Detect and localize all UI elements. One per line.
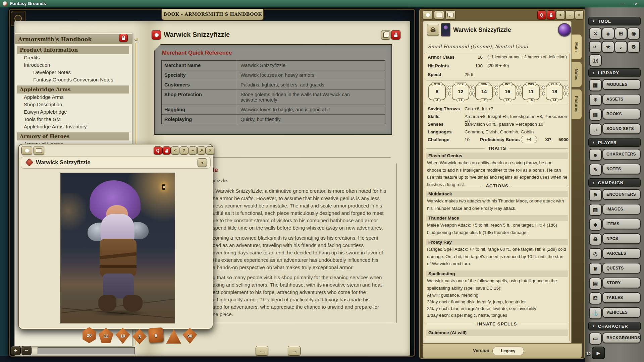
sidebar-item-images[interactable]: IMAGES xyxy=(602,204,641,215)
characters-icon[interactable]: ☻ xyxy=(589,149,602,161)
soundboard-icon[interactable]: ♪ xyxy=(614,41,627,53)
close-window-icon[interactable]: × xyxy=(635,1,638,6)
sidebar-item-sound-sets[interactable]: SOUND SETS xyxy=(602,123,641,134)
token-orb-icon[interactable] xyxy=(558,23,571,37)
sidebar-item-tables[interactable]: TABLES xyxy=(602,292,641,303)
sidebar-section-player[interactable]: ▼PLAYER xyxy=(588,138,641,147)
next-page-button[interactable]: → xyxy=(288,346,301,356)
combat-tracker-icon[interactable]: ⚔ xyxy=(589,27,602,40)
lock-button[interactable] xyxy=(547,10,555,19)
party-sheet-icon[interactable]: ☻ xyxy=(602,27,614,40)
toc-item[interactable]: Applebridge Arms' Inventory xyxy=(24,124,87,129)
sidebar-item-notes[interactable]: NOTES xyxy=(602,164,641,174)
share-state-button[interactable]: Q xyxy=(154,146,162,155)
lock-button[interactable] xyxy=(162,146,171,155)
modules-icon[interactable]: ▦ xyxy=(589,79,602,91)
soundsets-icon[interactable]: ♫ xyxy=(589,123,602,135)
sidebar-item-characters[interactable]: CHARACTERS xyxy=(602,149,641,160)
story-icon[interactable]: ▤ xyxy=(589,278,602,290)
sidebar-item-backgrounds[interactable]: BACKGROUNDS xyxy=(602,333,641,343)
sidebar-section-tool[interactable]: ▼TOOL xyxy=(588,17,641,25)
save-roll-button[interactable]: S xyxy=(563,91,569,96)
toc-section[interactable]: Armory of Heroes xyxy=(17,132,129,140)
close-button[interactable]: × xyxy=(575,10,584,19)
save-roll-button[interactable]: S xyxy=(446,91,451,96)
copy-page-button[interactable] xyxy=(381,30,390,40)
check-roll-button[interactable]: C xyxy=(563,85,569,90)
sidebar-item-quests[interactable]: QUESTS xyxy=(602,263,641,274)
minimize-window-icon[interactable]: — xyxy=(620,1,625,6)
book-window-title-tab[interactable]: Book - Armorsmith's Handbook xyxy=(161,9,264,20)
toc-section[interactable]: Product Information xyxy=(17,46,129,54)
ability-str[interactable]: STR8-1 xyxy=(428,84,446,100)
proficiency-bonus-value[interactable]: +4 xyxy=(521,136,537,143)
tab-main[interactable]: Main xyxy=(571,34,582,60)
toc-item[interactable]: Eawyn Applebridge xyxy=(24,109,67,115)
save-roll-button[interactable]: S xyxy=(493,91,498,96)
save-roll-button[interactable]: S xyxy=(540,91,545,96)
check-roll-button[interactable]: C xyxy=(446,85,451,90)
sidebar-item-parcels[interactable]: PARCELS xyxy=(602,248,641,259)
sidebar-item-books[interactable]: BOOKS xyxy=(602,109,641,119)
sidebar-section-campaign[interactable]: ▼CAMPAIGN xyxy=(588,178,641,187)
toc-item[interactable]: Shop Description xyxy=(24,102,62,107)
encounters-icon[interactable]: ⚑ xyxy=(589,189,602,201)
ability-int[interactable]: INT16+3 xyxy=(499,84,516,100)
window-chat-button[interactable] xyxy=(445,10,455,19)
toc-item[interactable]: Introduction xyxy=(24,62,50,68)
notes-icon[interactable]: ✎ xyxy=(589,164,602,176)
share-state-button[interactable]: Q xyxy=(537,10,546,19)
share-button[interactable]: < xyxy=(171,146,179,155)
sidebar-item-vehicles[interactable]: VEHICLES xyxy=(602,307,641,318)
help-button[interactable]: ? xyxy=(180,146,188,155)
calendar-icon[interactable]: ⊞ xyxy=(614,27,627,40)
sidebar-item-items[interactable]: ITEMS xyxy=(602,219,641,229)
toc-item[interactable]: Developer Notes xyxy=(33,69,71,75)
check-roll-button[interactable]: C xyxy=(516,85,522,90)
toc-item[interactable]: Fantasy Grounds Conversion Notes xyxy=(33,77,113,82)
quests-icon[interactable]: ♛ xyxy=(589,263,602,275)
toc-item[interactable]: Applebridge Arms xyxy=(24,94,63,100)
tables-icon[interactable]: ⚃ xyxy=(589,292,602,304)
modifiers-icon[interactable]: +/− xyxy=(589,41,602,53)
prev-page-button[interactable]: ← xyxy=(256,346,268,356)
books-icon[interactable]: ▥ xyxy=(589,109,602,121)
toc-lock-button[interactable] xyxy=(119,34,128,42)
tokens-icon[interactable]: ({}) xyxy=(589,54,602,66)
sidebar-item-npcs[interactable]: NPCS xyxy=(602,233,641,244)
version-value-button[interactable]: Legacy xyxy=(492,347,524,355)
check-roll-button[interactable]: C xyxy=(493,85,498,90)
zoom-out-button[interactable]: − xyxy=(21,346,32,355)
ability-dex[interactable]: DEX12+1 xyxy=(452,84,469,100)
sidebar-section-character[interactable]: ▼CHARACTER xyxy=(588,322,641,330)
save-roll-button[interactable]: S xyxy=(516,91,522,96)
sidebar-item-encounters[interactable]: ENCOUNTERS xyxy=(602,189,641,200)
ability-wis[interactable]: WIS11+0 xyxy=(522,84,540,100)
toc-collapse-icon[interactable]: ◀ xyxy=(133,36,139,42)
tab-pictures[interactable]: Pictures xyxy=(571,89,582,119)
tab-notes[interactable]: Notes xyxy=(571,62,582,87)
share-button[interactable]: < xyxy=(556,10,565,19)
sidebar-item-story[interactable]: STORY xyxy=(602,278,641,288)
page-lock-button[interactable] xyxy=(391,30,400,40)
npc-portrait-thumbnail[interactable] xyxy=(441,23,450,37)
vehicles-icon[interactable]: ⚓ xyxy=(589,307,602,319)
window-book-button[interactable] xyxy=(434,10,444,19)
sidebar-item-assets[interactable]: ASSETS xyxy=(602,94,641,105)
window-record-button[interactable] xyxy=(21,146,32,155)
toc-item[interactable]: Credits xyxy=(24,55,40,60)
minimize-button[interactable]: − xyxy=(189,146,197,155)
options-gear-icon[interactable]: ⚙ xyxy=(627,41,640,53)
save-roll-button[interactable]: S xyxy=(469,91,475,96)
npcs-icon[interactable]: ☠ xyxy=(589,233,602,245)
play-button[interactable]: ▶ xyxy=(592,347,605,359)
ability-cha[interactable]: CHA18+4 xyxy=(546,84,563,100)
zoom-in-button[interactable]: + xyxy=(11,346,21,355)
check-roll-button[interactable]: C xyxy=(540,85,545,90)
window-record-button[interactable] xyxy=(423,10,433,19)
check-roll-button[interactable]: C xyxy=(469,85,475,90)
hotkey-bar[interactable] xyxy=(38,347,135,354)
sidebar-section-library[interactable]: ▼LIBRARY xyxy=(588,68,641,77)
ability-con[interactable]: CON14+2 xyxy=(475,84,493,100)
effects-icon[interactable]: ★ xyxy=(602,41,614,53)
